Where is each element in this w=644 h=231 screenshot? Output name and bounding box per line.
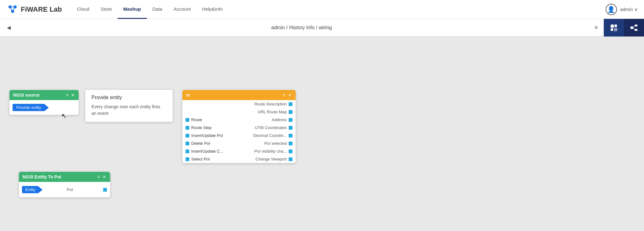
provide-entity-port[interactable]: Provide entity xyxy=(13,104,45,111)
route-port-out-0: Route Description xyxy=(254,102,292,106)
ngsi-source-close-button[interactable]: ✕ xyxy=(71,93,75,98)
nav-links: Cloud Store Mashup Data Account Help&Inf… xyxy=(71,0,596,19)
out-connector-4 xyxy=(289,134,292,138)
svg-rect-7 xyxy=(614,25,617,27)
route-port-in-7[interactable]: Select PoI xyxy=(186,157,210,161)
route-out-label-3: UTM Coordinates xyxy=(255,125,287,130)
route-out-label-6: PoI visibility cha... xyxy=(254,149,287,154)
ngsi-source-menu-button[interactable]: ≡ xyxy=(66,93,69,98)
nav-mashup[interactable]: Mashup xyxy=(118,0,147,19)
nav-store[interactable]: Store xyxy=(95,0,118,19)
tooltip-line2: an event xyxy=(92,111,108,116)
entity-port-pair: Entity PoI xyxy=(19,184,110,195)
menu-lines-button[interactable]: ≡ xyxy=(589,19,604,37)
route-widget-controls: ≡ ✕ xyxy=(283,93,292,98)
route-ports-body: Route DescriptionURL Route MapRouteAddre… xyxy=(182,100,296,163)
in-connector-5 xyxy=(186,142,189,145)
route-port-row-4: Insert/Update PoIDecimal Coordin... xyxy=(182,132,296,139)
route-port-in-2[interactable]: Route xyxy=(186,117,202,122)
ngsi-source-body: Provide entity xyxy=(9,100,79,115)
route-out-label-1: URL Route Map xyxy=(258,110,287,114)
route-widget-header: er ≡ ✕ xyxy=(182,90,296,100)
in-connector-2 xyxy=(186,118,189,122)
nav-account[interactable]: Account xyxy=(168,0,196,19)
tooltip-line1: Every change over each entity fires xyxy=(92,104,160,109)
entity-in-port[interactable]: Entity xyxy=(22,186,39,193)
route-port-out-4: Decimal Coordin... xyxy=(253,133,292,138)
nav-data[interactable]: Data xyxy=(147,0,168,19)
route-port-out-2: Address xyxy=(272,117,292,122)
route-out-label-0: Route Description xyxy=(254,102,287,106)
route-port-row-1: URL Route Map xyxy=(182,108,296,116)
nav-cloud[interactable]: Cloud xyxy=(71,0,95,19)
user-label: admin ∨ xyxy=(620,7,638,12)
ngsi-source-title: NGSI source xyxy=(13,93,40,98)
entity-close-button[interactable]: ✕ xyxy=(103,174,106,179)
nav-helpinfo[interactable]: Help&Info xyxy=(196,0,228,19)
out-connector-6 xyxy=(289,149,292,153)
out-connector-7 xyxy=(289,157,292,161)
route-port-row-3: Route StepUTM Coordinates xyxy=(182,124,296,132)
route-widget: er ≡ ✕ Route DescriptionURL Route MapRou… xyxy=(182,90,296,163)
wiring-canvas: NGSI source ≡ ✕ Provide entity Provide e… xyxy=(0,37,644,231)
svg-rect-13 xyxy=(635,25,637,26)
route-port-out-6: PoI visibility cha... xyxy=(254,149,292,154)
out-connector-1 xyxy=(289,110,292,114)
in-connector-6 xyxy=(186,149,189,153)
entity-poi-out-label: PoI xyxy=(67,187,73,192)
route-port-in-4[interactable]: Insert/Update PoI xyxy=(186,133,223,138)
svg-rect-8 xyxy=(611,28,613,31)
entity-port-label[interactable]: Entity xyxy=(22,186,39,193)
route-port-in-6[interactable]: Insert/Update C... xyxy=(186,149,223,154)
svg-line-16 xyxy=(633,28,635,30)
svg-rect-6 xyxy=(611,25,614,28)
ngsi-source-header: NGSI source ≡ ✕ xyxy=(9,90,79,100)
route-port-row-0: Route Description xyxy=(182,100,296,108)
sidebar-collapse-button[interactable]: ◀ xyxy=(3,22,14,33)
route-port-out-7: Change Viewport xyxy=(256,157,293,161)
svg-line-15 xyxy=(633,25,635,28)
in-connector-4 xyxy=(186,134,189,138)
entity-to-poi-widget: NGSI Entity To PoI ≡ ✕ Entity PoI xyxy=(19,172,110,197)
route-widget-title: er xyxy=(186,93,190,98)
diagram-button[interactable] xyxy=(624,19,644,37)
logo-text: FiWARE Lab xyxy=(21,5,62,14)
route-port-in-5[interactable]: Delete PoI xyxy=(186,141,210,146)
out-connector-2 xyxy=(289,118,292,122)
out-connector-5 xyxy=(289,142,292,145)
route-close-button[interactable]: ✕ xyxy=(288,93,292,98)
route-port-out-5: PoI selected xyxy=(264,141,292,146)
out-connector-0 xyxy=(289,102,292,106)
ngsi-source-widget: NGSI source ≡ ✕ Provide entity xyxy=(9,90,79,115)
ngsi-source-port-row: Provide entity xyxy=(9,103,79,112)
breadcrumb: admin / History Info / wiring xyxy=(14,25,589,31)
in-connector-3 xyxy=(186,126,189,130)
entity-to-poi-controls: ≡ ✕ xyxy=(97,174,106,179)
route-port-out-3: UTM Coordinates xyxy=(255,125,292,130)
user-avatar-icon: 👤 xyxy=(606,4,617,15)
route-port-in-3[interactable]: Route Step xyxy=(186,125,212,130)
add-widget-button[interactable] xyxy=(604,19,624,37)
ngsi-source-controls: ≡ ✕ xyxy=(66,93,75,98)
logo-icon xyxy=(6,3,19,16)
logo[interactable]: FiWARE Lab xyxy=(6,3,62,16)
entity-out-connector xyxy=(103,188,107,192)
route-port-row-6: Insert/Update C...PoI visibility cha... xyxy=(182,147,296,155)
route-out-label-4: Decimal Coordin... xyxy=(253,133,287,138)
svg-rect-12 xyxy=(630,26,633,29)
entity-menu-button[interactable]: ≡ xyxy=(97,174,100,179)
route-out-label-5: PoI selected xyxy=(264,141,287,146)
route-port-row-2: RouteAddress xyxy=(182,116,296,124)
add-widget-icon xyxy=(609,23,618,32)
entity-to-poi-title: NGSI Entity To PoI xyxy=(23,174,61,179)
svg-rect-14 xyxy=(635,29,637,31)
route-out-label-7: Change Viewport xyxy=(256,157,287,161)
diagram-icon xyxy=(630,23,638,32)
top-navigation: FiWARE Lab Cloud Store Mashup Data Accou… xyxy=(0,0,644,19)
breadcrumb-actions xyxy=(604,19,644,36)
breadcrumb-bar: ◀ admin / History Info / wiring ≡ xyxy=(0,19,644,37)
route-port-row-5: Delete PoIPoI selected xyxy=(182,139,296,147)
route-out-label-2: Address xyxy=(272,117,287,122)
user-menu[interactable]: 👤 admin ∨ xyxy=(606,4,638,15)
route-menu-button[interactable]: ≡ xyxy=(283,93,286,98)
